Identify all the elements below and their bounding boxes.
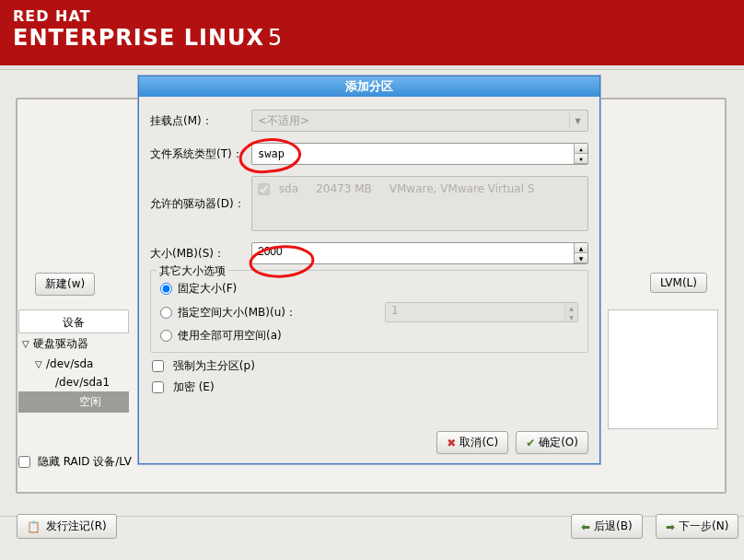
encrypt-label: 加密 (E) — [173, 380, 215, 393]
cancel-button[interactable]: ✖ 取消(C) — [436, 431, 508, 454]
hide-raid-label: 隐藏 RAID 设备/LV — [38, 455, 132, 468]
fs-type-label: 文件系统类型(T)： — [150, 146, 251, 162]
tree-row-disks[interactable]: ▽硬盘驱动器 — [18, 333, 129, 355]
chevron-down-icon: ▼ — [569, 112, 586, 129]
new-button[interactable]: 新建(w) — [35, 273, 95, 296]
size-input-wrap[interactable]: ▲▼ — [251, 242, 588, 264]
lvm-button-wrap: LVM(L) — [650, 273, 707, 293]
add-partition-dialog: 添加分区 挂载点(M)： <不适用> ▼ 文件系统类型(T)： swap ▲▼ … — [138, 76, 600, 464]
hide-raid-checkbox[interactable]: 隐藏 RAID 设备/LV — [18, 454, 132, 470]
specify-size-label: 指定空间大小(MB)(u)： — [178, 305, 296, 321]
fixed-size-label: 固定大小(F) — [178, 281, 237, 297]
lvm-button[interactable]: LVM(L) — [650, 273, 707, 293]
next-button[interactable]: ➡ 下一步(N) — [656, 514, 738, 539]
force-primary-checkbox[interactable] — [152, 360, 164, 372]
drive-size: 20473 MB — [316, 182, 372, 195]
fixed-size-radio[interactable] — [160, 283, 172, 295]
back-button[interactable]: ⬅ 后退(B) — [571, 514, 643, 539]
close-icon: ✖ — [447, 437, 456, 449]
fs-type-combo[interactable]: swap ▲▼ — [251, 143, 588, 165]
hide-raid-input[interactable] — [18, 456, 30, 468]
drive-dev: sda — [279, 182, 298, 195]
specify-size-spin: 1 ▲▼ — [385, 302, 578, 322]
spinner-icons[interactable]: ▲▼ — [574, 243, 587, 263]
brand-line1: RED HAT — [13, 7, 744, 25]
allowed-drives-list: sda 20473 MB VMware, VMware Virtual S — [251, 176, 588, 231]
check-icon: ✔ — [526, 437, 535, 449]
device-tree[interactable]: ▽硬盘驱动器 ▽/dev/sda /dev/sda1 空闲 — [18, 333, 129, 413]
header-divider — [0, 65, 744, 70]
dialog-title: 添加分区 — [139, 76, 599, 97]
brand-line2: ENTERPRISE LINUX5 — [13, 25, 744, 51]
drive-desc: VMware, VMware Virtual S — [389, 182, 535, 195]
spinner-icons[interactable]: ▲▼ — [574, 144, 587, 164]
note-icon: 📋 — [27, 520, 41, 533]
force-primary-label: 强制为主分区(p) — [173, 359, 255, 372]
specify-size-radio[interactable] — [160, 307, 172, 319]
size-label: 大小(MB)(S)： — [150, 246, 251, 262]
mount-point-label: 挂载点(M)： — [150, 113, 251, 129]
mount-point-combo: <不适用> ▼ — [251, 110, 588, 132]
other-size-legend: 其它大小选项 — [157, 263, 228, 279]
fill-all-radio[interactable] — [160, 330, 172, 342]
encrypt-checkbox[interactable] — [152, 381, 164, 393]
tree-row-sda1[interactable]: /dev/sda1 — [18, 373, 129, 391]
tree-row-free[interactable]: 空闲 — [18, 391, 129, 413]
other-size-fieldset: 其它大小选项 固定大小(F) 指定空间大小(MB)(u)： 1 ▲▼ 使用全部可… — [150, 270, 588, 353]
release-notes-button[interactable]: 📋 发行注记(R) — [17, 514, 117, 539]
device-column-header: 设备 — [18, 309, 129, 333]
new-button-wrap: 新建(w) — [35, 273, 95, 296]
allowed-drives-label: 允许的驱动器(D)： — [150, 176, 251, 212]
drive-checkbox — [258, 183, 270, 195]
installer-header: RED HAT ENTERPRISE LINUX5 — [0, 0, 744, 65]
chevron-down-icon: ▽ — [35, 359, 46, 369]
size-input[interactable] — [258, 245, 550, 258]
arrow-left-icon: ⬅ — [581, 520, 590, 533]
arrow-right-icon: ➡ — [666, 520, 675, 533]
right-details-panel — [608, 309, 718, 429]
fill-all-label: 使用全部可用空间(a) — [178, 328, 282, 344]
tree-row-sda[interactable]: ▽/dev/sda — [18, 355, 129, 373]
chevron-down-icon: ▽ — [22, 339, 33, 349]
ok-button[interactable]: ✔ 确定(O) — [516, 431, 588, 454]
